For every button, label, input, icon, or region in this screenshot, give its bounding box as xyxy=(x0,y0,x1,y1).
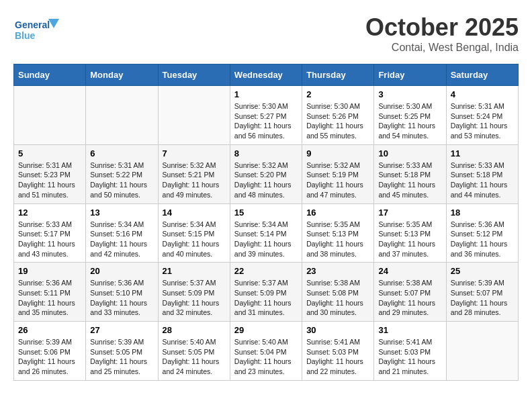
calendar-day-26: 26Sunrise: 5:39 AMSunset: 5:06 PMDayligh… xyxy=(14,322,86,381)
day-number: 3 xyxy=(378,89,441,99)
calendar-day-28: 28Sunrise: 5:40 AMSunset: 5:05 PMDayligh… xyxy=(158,322,230,381)
calendar-day-31: 31Sunrise: 5:41 AMSunset: 5:03 PMDayligh… xyxy=(374,322,446,381)
day-info: Sunrise: 5:33 AMSunset: 5:17 PMDaylight:… xyxy=(18,220,81,259)
day-info: Sunrise: 5:39 AMSunset: 5:05 PMDaylight:… xyxy=(90,337,153,377)
day-info: Sunrise: 5:39 AMSunset: 5:07 PMDaylight:… xyxy=(451,278,514,318)
calendar-week-row: 5Sunrise: 5:31 AMSunset: 5:23 PMDaylight… xyxy=(14,144,519,203)
day-number: 10 xyxy=(378,148,441,158)
day-number: 2 xyxy=(306,89,369,99)
day-number: 27 xyxy=(90,325,153,335)
day-number: 4 xyxy=(451,89,514,99)
day-number: 21 xyxy=(163,266,226,276)
day-number: 25 xyxy=(451,266,514,276)
day-number: 19 xyxy=(18,266,81,276)
day-number: 13 xyxy=(90,208,153,218)
calendar-day-20: 20Sunrise: 5:36 AMSunset: 5:10 PMDayligh… xyxy=(86,263,158,322)
header-tuesday: Tuesday xyxy=(158,64,230,86)
day-info: Sunrise: 5:30 AMSunset: 5:27 PMDaylight:… xyxy=(234,101,298,141)
day-info: Sunrise: 5:34 AMSunset: 5:14 PMDaylight:… xyxy=(234,220,298,259)
day-number: 1 xyxy=(234,89,298,99)
day-info: Sunrise: 5:36 AMSunset: 5:10 PMDaylight:… xyxy=(90,278,153,318)
day-info: Sunrise: 5:32 AMSunset: 5:19 PMDaylight:… xyxy=(306,161,369,200)
calendar-day-17: 17Sunrise: 5:35 AMSunset: 5:13 PMDayligh… xyxy=(374,203,446,263)
day-info: Sunrise: 5:32 AMSunset: 5:21 PMDaylight:… xyxy=(163,161,226,200)
calendar-day-6: 6Sunrise: 5:31 AMSunset: 5:22 PMDaylight… xyxy=(86,144,158,203)
day-info: Sunrise: 5:38 AMSunset: 5:08 PMDaylight:… xyxy=(306,278,369,318)
calendar-empty-cell xyxy=(14,86,86,145)
calendar-week-row: 1Sunrise: 5:30 AMSunset: 5:27 PMDaylight… xyxy=(14,86,519,145)
calendar-empty-cell xyxy=(446,322,518,381)
day-number: 31 xyxy=(378,325,441,335)
header-friday: Friday xyxy=(374,64,446,86)
calendar-day-10: 10Sunrise: 5:33 AMSunset: 5:18 PMDayligh… xyxy=(374,144,446,203)
day-info: Sunrise: 5:36 AMSunset: 5:12 PMDaylight:… xyxy=(451,220,514,259)
day-info: Sunrise: 5:31 AMSunset: 5:22 PMDaylight:… xyxy=(90,161,153,200)
day-info: Sunrise: 5:31 AMSunset: 5:24 PMDaylight:… xyxy=(451,101,514,141)
day-number: 29 xyxy=(234,325,298,335)
calendar-day-21: 21Sunrise: 5:37 AMSunset: 5:09 PMDayligh… xyxy=(158,263,230,322)
day-number: 28 xyxy=(163,325,226,335)
calendar-day-12: 12Sunrise: 5:33 AMSunset: 5:17 PMDayligh… xyxy=(14,203,86,263)
calendar-day-22: 22Sunrise: 5:37 AMSunset: 5:09 PMDayligh… xyxy=(230,263,302,322)
day-info: Sunrise: 5:35 AMSunset: 5:13 PMDaylight:… xyxy=(306,220,369,259)
svg-marker-2 xyxy=(48,19,59,28)
calendar-day-2: 2Sunrise: 5:30 AMSunset: 5:26 PMDaylight… xyxy=(302,86,374,145)
day-number: 14 xyxy=(163,208,226,218)
calendar-day-11: 11Sunrise: 5:33 AMSunset: 5:18 PMDayligh… xyxy=(446,144,518,203)
header-saturday: Saturday xyxy=(446,64,518,86)
day-number: 9 xyxy=(306,148,369,158)
day-number: 7 xyxy=(163,148,226,158)
calendar-day-18: 18Sunrise: 5:36 AMSunset: 5:12 PMDayligh… xyxy=(446,203,518,263)
calendar-day-15: 15Sunrise: 5:34 AMSunset: 5:14 PMDayligh… xyxy=(230,203,302,263)
calendar-table: SundayMondayTuesdayWednesdayThursdayFrid… xyxy=(13,64,519,381)
day-info: Sunrise: 5:38 AMSunset: 5:07 PMDaylight:… xyxy=(378,278,441,318)
day-info: Sunrise: 5:30 AMSunset: 5:25 PMDaylight:… xyxy=(378,101,441,141)
day-info: Sunrise: 5:41 AMSunset: 5:03 PMDaylight:… xyxy=(306,337,369,377)
calendar-day-4: 4Sunrise: 5:31 AMSunset: 5:24 PMDaylight… xyxy=(446,86,518,145)
calendar-day-13: 13Sunrise: 5:34 AMSunset: 5:16 PMDayligh… xyxy=(86,203,158,263)
day-info: Sunrise: 5:40 AMSunset: 5:05 PMDaylight:… xyxy=(163,337,226,377)
day-number: 5 xyxy=(18,148,81,158)
calendar-week-row: 19Sunrise: 5:36 AMSunset: 5:11 PMDayligh… xyxy=(14,263,519,322)
day-info: Sunrise: 5:37 AMSunset: 5:09 PMDaylight:… xyxy=(234,278,298,318)
day-info: Sunrise: 5:39 AMSunset: 5:06 PMDaylight:… xyxy=(18,337,81,377)
day-info: Sunrise: 5:31 AMSunset: 5:23 PMDaylight:… xyxy=(18,161,81,200)
day-info: Sunrise: 5:40 AMSunset: 5:04 PMDaylight:… xyxy=(234,337,298,377)
calendar-header-row: SundayMondayTuesdayWednesdayThursdayFrid… xyxy=(14,64,519,86)
title-section: October 2025 Contai, West Bengal, India xyxy=(365,13,519,54)
calendar-day-3: 3Sunrise: 5:30 AMSunset: 5:25 PMDaylight… xyxy=(374,86,446,145)
header-sunday: Sunday xyxy=(14,64,86,86)
calendar-day-7: 7Sunrise: 5:32 AMSunset: 5:21 PMDaylight… xyxy=(158,144,230,203)
day-number: 11 xyxy=(451,148,514,158)
day-info: Sunrise: 5:34 AMSunset: 5:16 PMDaylight:… xyxy=(90,220,153,259)
day-number: 18 xyxy=(451,208,514,218)
calendar-day-27: 27Sunrise: 5:39 AMSunset: 5:05 PMDayligh… xyxy=(86,322,158,381)
day-info: Sunrise: 5:37 AMSunset: 5:09 PMDaylight:… xyxy=(163,278,226,318)
day-info: Sunrise: 5:35 AMSunset: 5:13 PMDaylight:… xyxy=(378,220,441,259)
day-info: Sunrise: 5:33 AMSunset: 5:18 PMDaylight:… xyxy=(378,161,441,200)
calendar-week-row: 12Sunrise: 5:33 AMSunset: 5:17 PMDayligh… xyxy=(14,203,519,263)
calendar-day-24: 24Sunrise: 5:38 AMSunset: 5:07 PMDayligh… xyxy=(374,263,446,322)
day-info: Sunrise: 5:36 AMSunset: 5:11 PMDaylight:… xyxy=(18,278,81,318)
day-number: 15 xyxy=(234,208,298,218)
calendar-day-23: 23Sunrise: 5:38 AMSunset: 5:08 PMDayligh… xyxy=(302,263,374,322)
day-info: Sunrise: 5:30 AMSunset: 5:26 PMDaylight:… xyxy=(306,101,369,141)
header-thursday: Thursday xyxy=(302,64,374,86)
calendar-day-19: 19Sunrise: 5:36 AMSunset: 5:11 PMDayligh… xyxy=(14,263,86,322)
day-number: 17 xyxy=(378,208,441,218)
header-wednesday: Wednesday xyxy=(230,64,302,86)
calendar-day-5: 5Sunrise: 5:31 AMSunset: 5:23 PMDaylight… xyxy=(14,144,86,203)
day-number: 20 xyxy=(90,266,153,276)
day-number: 23 xyxy=(306,266,369,276)
calendar-day-14: 14Sunrise: 5:34 AMSunset: 5:15 PMDayligh… xyxy=(158,203,230,263)
logo: General Blue xyxy=(13,13,60,47)
day-info: Sunrise: 5:32 AMSunset: 5:20 PMDaylight:… xyxy=(234,161,298,200)
day-number: 12 xyxy=(18,208,81,218)
day-info: Sunrise: 5:33 AMSunset: 5:18 PMDaylight:… xyxy=(451,161,514,200)
calendar-day-16: 16Sunrise: 5:35 AMSunset: 5:13 PMDayligh… xyxy=(302,203,374,263)
day-number: 6 xyxy=(90,148,153,158)
calendar-day-30: 30Sunrise: 5:41 AMSunset: 5:03 PMDayligh… xyxy=(302,322,374,381)
location-subtitle: Contai, West Bengal, India xyxy=(365,42,519,54)
calendar-empty-cell xyxy=(86,86,158,145)
day-number: 24 xyxy=(378,266,441,276)
